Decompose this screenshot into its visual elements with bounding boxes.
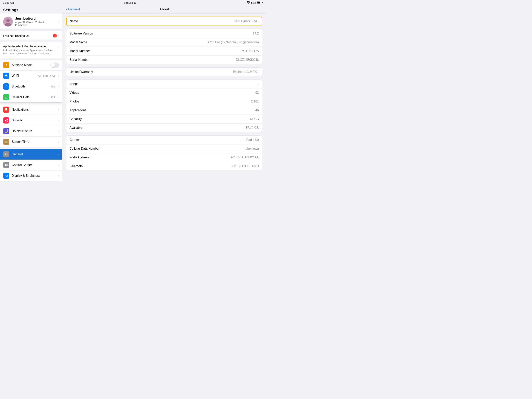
serial-number-row: Serial Number DLXZJ4E0KC48 [66,56,262,64]
backup-chevron: › [58,34,59,37]
general-label: General [12,153,56,156]
backup-badge: 1 [53,34,57,38]
avatar [3,17,13,26]
cellular-number-value: Unknown [246,147,259,150]
warranty-label: Limited Warranty [70,70,93,74]
applications-text: 46 [255,109,259,112]
arcade-chevron: › [58,45,59,48]
media-group: Songs 1 Videos 92 Photos 2,181 [66,79,262,132]
bluetooth-address-label: Bluetooth [70,164,83,168]
battery-text: 58% [251,1,256,4]
sidebar: Settings Jerri Ledford Apple ID, iCloud,… [0,6,62,200]
wifi-address-text: 9C:E6:5E:D9:B2:AA [231,156,259,159]
general-icon: ⚙ [3,151,9,157]
airplane-mode-icon: ✈ [3,62,9,68]
notifications-chevron: › [58,108,59,111]
sidebar-item-airplane-mode[interactable]: ✈ Airplane Mode [0,60,62,71]
wifi-chevron: › [58,74,59,77]
sidebar-title: Settings [0,6,62,14]
cellular-icon [3,94,9,100]
warranty-row[interactable]: Limited Warranty Expires: 12/24/20 › [66,68,262,76]
displaybrightness-icon: AA [3,173,9,179]
backup-right: 1 › [53,34,59,38]
network-group: Carrier iPad 44.0 Cellular Data Number U… [66,135,262,171]
software-version-text: 14.2 [253,32,259,35]
right-panel: ‹ General About Name Jerri Lynn's iPad › [62,6,266,200]
sounds-icon [3,117,9,123]
sidebar-item-controlcenter[interactable]: Control Center › [0,160,62,170]
sidebar-item-bluetooth[interactable]: ⬲ Bluetooth On › [0,81,62,92]
airplane-mode-label: Airplane Mode [12,63,48,67]
sidebar-item-donotdisturb[interactable]: 🌙 Do Not Disturb › [0,126,62,137]
sidebar-item-wifi[interactable]: Wi-Fi ATT54rHY7U › [0,71,62,81]
svg-point-11 [6,165,8,166]
donotdisturb-icon: 🌙 [3,128,9,134]
bluetooth-chevron: › [58,85,59,88]
screentime-icon: ⏳ [3,139,9,145]
available-label: Available [70,126,82,129]
applications-value: 46 [255,109,259,112]
arcade-top: Apple Arcade 3 Months Available... › [3,45,59,48]
profile-info: Jerri Ledford Apple ID, iCloud, Media & … [15,17,56,26]
svg-point-8 [5,164,6,165]
page-title: About [159,7,169,11]
screentime-label: Screen Time [12,140,56,144]
controlcenter-icon [3,162,9,168]
software-version-row: Software Version 14.2 [66,29,262,38]
cellular-chevron: › [58,96,59,99]
sidebar-item-screentime[interactable]: ⏳ Screen Time › [0,137,62,147]
arcade-banner[interactable]: Apple Arcade 3 Months Available... › Inc… [0,42,62,58]
back-button[interactable]: ‹ General [66,7,80,11]
cellular-label: Cellular Data [12,96,49,99]
name-row[interactable]: Name Jerri Lynn's iPad › [67,17,262,26]
serial-number-value: DLXZJ4E0KC48 [236,58,259,62]
battery-icon [257,1,263,5]
model-number-text: MTHN2LL/A [242,49,259,53]
sidebar-item-sounds[interactable]: Sounds › [0,115,62,126]
wifi-value: ATT54rHY7U [38,74,55,77]
arcade-title: Apple Arcade 3 Months Available... [3,45,48,48]
screentime-chevron: › [58,140,59,143]
donotdisturb-chevron: › [58,129,59,133]
bluetooth-icon: ⬲ [3,83,9,90]
available-text: 37.12 GB [246,126,259,129]
notifications-icon [3,107,9,113]
bluetooth-address-text: 9C:E6:5E:DC:36:2D [231,164,259,168]
carrier-text: iPad 44.0 [246,138,259,142]
svg-rect-5 [5,97,6,99]
software-version-value: 14.2 [253,32,259,35]
airplane-mode-toggle[interactable] [51,63,59,68]
sidebar-item-general[interactable]: ⚙ General › [0,149,62,160]
carrier-row: Carrier iPad 44.0 [66,135,262,144]
backup-banner[interactable]: iPad Not Backed Up 1 › [0,31,62,40]
displaybrightness-chevron: › [58,174,59,177]
capacity-row: Capacity 64 GB [66,115,262,123]
model-name-label: Model Name [70,40,87,44]
wifi-address-row: Wi-Fi Address 9C:E6:5E:D9:B2:AA [66,153,262,162]
name-value-text: Jerri Lynn's iPad [234,19,257,23]
wifi-settings-icon [3,73,9,79]
applications-label: Applications [70,109,86,112]
warranty-group: Limited Warranty Expires: 12/24/20 › [66,67,262,76]
svg-point-3 [6,19,10,22]
sidebar-item-cellular[interactable]: Cellular Data Off › [0,92,62,103]
connectivity-group: ✈ Airplane Mode Wi-Fi ATT54rHY7U [0,60,62,103]
videos-label: Videos [70,91,79,95]
available-row: Available 37.12 GB [66,123,262,132]
sidebar-item-notifications[interactable]: Notifications › [0,104,62,115]
serial-number-text: DLXZJ4E0KC48 [236,58,259,62]
system-group: ⚙ General › Control Center › AA [0,149,62,181]
svg-rect-1 [258,1,260,4]
name-chevron: › [258,20,259,23]
model-name-row: Model Name iPad Pro (12.9-inch) (3rd gen… [66,38,262,47]
profile-chevron: › [58,20,59,23]
bluetooth-label: Bluetooth [12,85,49,88]
carrier-value: iPad 44.0 [246,138,259,142]
model-number-value: MTHN2LL/A [242,49,259,53]
model-number-row: Model Number MTHN2LL/A [66,47,262,56]
songs-value: 1 [257,82,259,86]
svg-rect-6 [6,97,6,99]
back-label: General [68,7,80,11]
sidebar-item-displaybrightness[interactable]: AA Display & Brightness › [0,170,62,181]
profile-section[interactable]: Jerri Ledford Apple ID, iCloud, Media & … [0,14,62,29]
